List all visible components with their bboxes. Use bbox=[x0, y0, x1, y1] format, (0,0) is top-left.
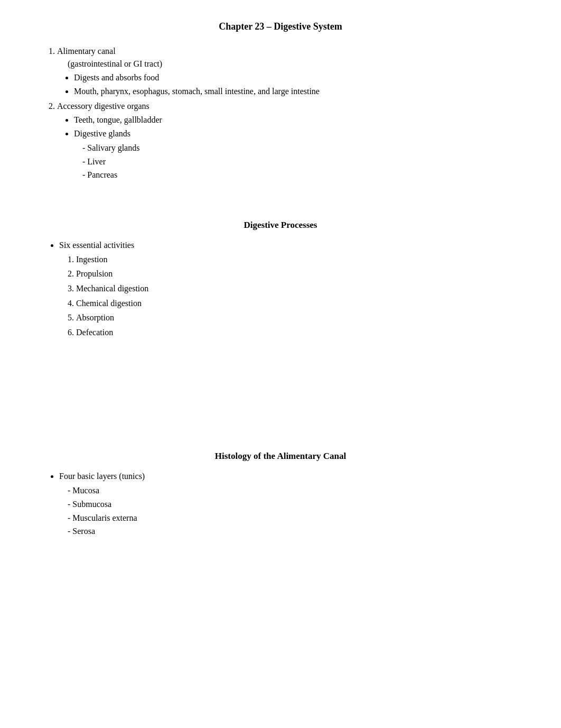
list-item: Salivary glands bbox=[82, 141, 519, 155]
list-item-digestive-glands: Digestive glands Salivary glands Liver P… bbox=[74, 127, 519, 182]
list-item: Pancreas bbox=[82, 168, 519, 182]
list-item-ingestion: Ingestion bbox=[76, 253, 519, 266]
list-item: Mouth, pharynx, esophagus, stomach, smal… bbox=[74, 85, 519, 98]
section-digestive-processes: Digestive Processes Six essential activi… bbox=[42, 220, 519, 339]
layers-sub: Mucosa Submucosa Muscularis externa Sero… bbox=[59, 484, 519, 538]
spacer-2 bbox=[42, 356, 519, 451]
section-histology: Histology of the Alimentary Canal Four b… bbox=[42, 451, 519, 538]
alimentary-label: Alimentary canal bbox=[57, 47, 116, 56]
six-activities-list: Ingestion Propulsion Mechanical digestio… bbox=[59, 253, 519, 339]
list-item: Digests and absorbs food bbox=[74, 71, 519, 84]
list-item: Teeth, tongue, gallbladder bbox=[74, 114, 519, 126]
list-item-propulsion: Propulsion bbox=[76, 267, 519, 281]
accessory-bullets: Teeth, tongue, gallbladder Digestive gla… bbox=[57, 114, 519, 182]
list-item-absorption: Absorption bbox=[76, 311, 519, 325]
list-item-alimentary: Alimentary canal (gastrointestinal or GI… bbox=[57, 45, 519, 98]
list-item: Liver bbox=[82, 155, 519, 169]
histology-bullets: Four basic layers (tunics) Mucosa Submuc… bbox=[42, 470, 519, 538]
alimentary-bullets: Digests and absorbs food Mouth, pharynx,… bbox=[57, 71, 519, 98]
list-item-muscularis: Muscularis externa bbox=[68, 511, 519, 525]
section-overview: Alimentary canal (gastrointestinal or GI… bbox=[42, 45, 519, 182]
four-layers-label: Four basic layers (tunics) bbox=[59, 472, 145, 481]
alimentary-subtext: (gastrointestinal or GI tract) bbox=[57, 59, 162, 68]
list-item-mechanical: Mechanical digestion bbox=[76, 282, 519, 296]
list-item-submucosa: Submucosa bbox=[68, 497, 519, 511]
list-item-accessory: Accessory digestive organs Teeth, tongue… bbox=[57, 100, 519, 182]
list-item-four-layers: Four basic layers (tunics) Mucosa Submuc… bbox=[59, 470, 519, 538]
histology-title: Histology of the Alimentary Canal bbox=[42, 451, 519, 462]
list-item-defecation: Defecation bbox=[76, 326, 519, 339]
list-item-chemical: Chemical digestion bbox=[76, 297, 519, 310]
list-item-six-activities: Six essential activities Ingestion Propu… bbox=[59, 239, 519, 339]
digestive-processes-bullets: Six essential activities Ingestion Propu… bbox=[42, 239, 519, 339]
list-item-mucosa: Mucosa bbox=[68, 484, 519, 497]
digestive-processes-title: Digestive Processes bbox=[42, 220, 519, 231]
accessory-label: Accessory digestive organs bbox=[57, 102, 149, 110]
page-title: Chapter 23 – Digestive System bbox=[42, 21, 519, 32]
list-item-serosa: Serosa bbox=[68, 524, 519, 538]
main-outline-list: Alimentary canal (gastrointestinal or GI… bbox=[42, 45, 519, 182]
spacer-1 bbox=[42, 199, 519, 220]
six-activities-label: Six essential activities bbox=[59, 241, 134, 250]
digestive-glands-sub: Salivary glands Liver Pancreas bbox=[74, 141, 519, 182]
